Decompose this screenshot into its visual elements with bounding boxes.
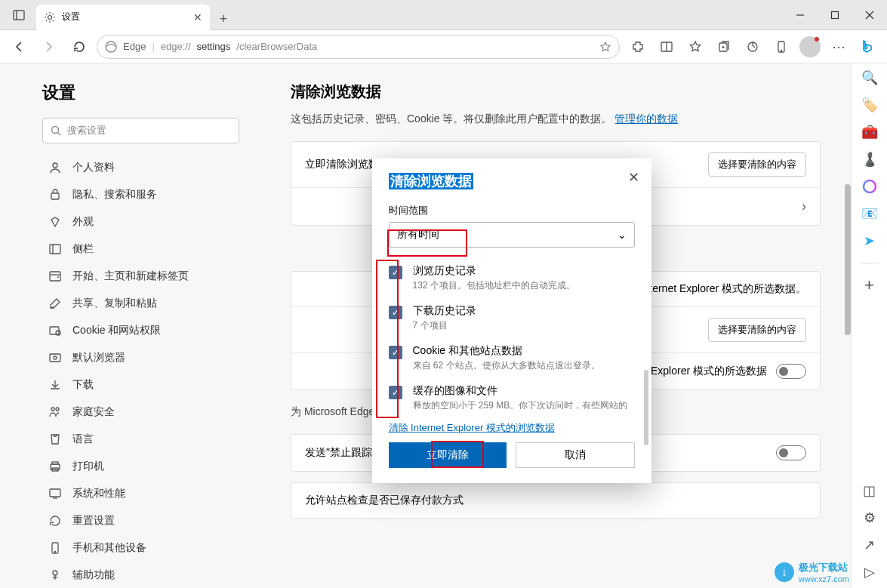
checkbox-desc: 132 个项目。包括地址栏中的自动完成。 — [413, 279, 575, 292]
address-bar[interactable]: Edge | edge://settings/clearBrowserData — [97, 35, 620, 59]
maximize-button[interactable] — [818, 0, 852, 30]
svg-rect-4 — [832, 11, 839, 18]
forward-button[interactable] — [36, 34, 62, 60]
settings-sidebar: 设置 搜索设置 个人资料隐私、搜索和服务外观侧栏开始、主页和新建标签页共享、复制… — [0, 63, 260, 588]
copilot-icon[interactable] — [861, 178, 878, 195]
refresh-button[interactable] — [66, 34, 92, 60]
search-placeholder: 搜索设置 — [67, 124, 106, 137]
sidebar-item[interactable]: 开始、主页和新建标签页 — [42, 263, 239, 290]
sidebar-item[interactable]: 手机和其他设备 — [42, 534, 239, 562]
browser-tab[interactable]: 设置 ✕ — [36, 5, 210, 30]
checkbox[interactable]: ✓ — [389, 346, 402, 359]
manage-data-link[interactable]: 管理你的数据 — [614, 112, 678, 125]
sidebar-item[interactable]: 辅助功能 — [42, 562, 239, 588]
dnt-toggle[interactable] — [776, 445, 806, 460]
choose-content-button-2[interactable]: 选择要清除的内容 — [708, 318, 806, 342]
nav-icon — [48, 541, 62, 555]
performance-icon[interactable] — [739, 34, 766, 60]
sidebar-item-label: 手机和其他设备 — [72, 541, 146, 555]
checkbox[interactable]: ✓ — [389, 386, 402, 399]
sidebar-item[interactable]: 语言 — [42, 426, 239, 453]
clear-ie-link[interactable]: 清除 Internet Explorer 模式的浏览数据 — [389, 421, 635, 435]
edge-logo-icon — [105, 41, 117, 53]
settings-icon[interactable]: ⚙ — [861, 509, 878, 526]
checkbox-desc: 释放的空间小于 259 MB。你下次访问时，有些网站的加载 — [413, 399, 635, 409]
sidebar-item-label: 重置设置 — [72, 514, 115, 528]
hide-sidebar-icon[interactable]: ▷ — [861, 564, 878, 580]
sidebar-item[interactable]: 个人资料 — [42, 154, 239, 181]
sidebar-item[interactable]: 共享、复制和粘贴 — [42, 290, 239, 317]
sidebar-item[interactable]: 侧栏 — [42, 236, 239, 263]
svg-point-15 — [53, 163, 57, 168]
new-tab-button[interactable]: + — [213, 9, 234, 30]
sidebar-item[interactable]: 外观 — [42, 208, 239, 236]
sidebar-item-label: 侧栏 — [72, 242, 94, 256]
minimize-button[interactable] — [783, 0, 818, 30]
tabs-overview-icon[interactable] — [6, 2, 32, 28]
time-range-select[interactable]: 所有时间 ⌄ — [389, 222, 635, 248]
checkbox-row[interactable]: ✓ 浏览历史记录 132 个项目。包括地址栏中的自动完成。 — [389, 258, 635, 298]
url-prefix: edge:// — [161, 41, 191, 52]
favorites-icon[interactable] — [682, 34, 709, 60]
checkbox[interactable]: ✓ — [389, 266, 402, 279]
close-icon[interactable]: ✕ — [193, 11, 202, 23]
svg-rect-19 — [50, 272, 60, 281]
extensions-icon[interactable] — [624, 34, 651, 60]
chevron-right-icon[interactable]: › — [802, 199, 806, 214]
checkbox[interactable]: ✓ — [389, 306, 402, 319]
more-menu-icon[interactable]: ⋯ — [825, 34, 852, 60]
telegram-icon[interactable]: ➤ — [861, 232, 878, 249]
sidebar-item-label: 个人资料 — [72, 161, 115, 174]
split-screen-icon[interactable] — [653, 34, 680, 60]
svg-point-12 — [781, 50, 781, 51]
svg-point-2 — [48, 15, 52, 19]
shopping-tag-icon[interactable]: 🏷️ — [861, 97, 878, 113]
nav-icon — [48, 433, 62, 446]
window-titlebar: 设置 ✕ + — [0, 0, 887, 30]
sidebar-item-label: 隐私、搜索和服务 — [72, 188, 157, 202]
back-button[interactable] — [6, 34, 32, 60]
checkbox-row[interactable]: ✓ Cookie 和其他站点数据 来自 62 个站点。使你从大多数站点退出登录。 — [389, 338, 635, 378]
add-icon[interactable]: + — [861, 277, 878, 294]
toolbox-icon[interactable]: 🧰 — [861, 124, 878, 140]
nav-icon — [48, 242, 62, 256]
checkbox-row[interactable]: ✓ 缓存的图像和文件 释放的空间小于 259 MB。你下次访问时，有些网站的加载 — [389, 378, 635, 409]
close-icon[interactable]: ✕ — [628, 169, 639, 186]
sidebar-item[interactable]: 下载 — [42, 371, 239, 399]
sidebar-item[interactable]: 隐私、搜索和服务 — [42, 181, 239, 208]
sidebar-item[interactable]: 家庭安全 — [42, 399, 239, 426]
svg-rect-17 — [50, 245, 60, 254]
dialog-scrollbar[interactable] — [644, 370, 648, 445]
svg-point-35 — [864, 180, 876, 192]
bing-icon[interactable] — [854, 34, 881, 60]
search-input[interactable]: 搜索设置 — [42, 118, 239, 143]
collections-icon[interactable] — [710, 34, 738, 60]
screenshot-icon[interactable]: ◫ — [861, 482, 878, 499]
checkbox-title: Cookie 和其他站点数据 — [413, 344, 600, 358]
sidebar-item-label: 开始、主页和新建标签页 — [72, 269, 189, 283]
sidebar-item[interactable]: 系统和性能 — [42, 480, 239, 507]
close-window-button[interactable] — [852, 0, 887, 30]
expand-icon[interactable]: ↗ — [861, 537, 878, 553]
sidebar-item[interactable]: 打印机 — [42, 453, 239, 480]
choose-content-button[interactable]: 选择要清除的内容 — [708, 152, 806, 177]
sidebar-item[interactable]: Cookie 和网站权限 — [42, 317, 239, 344]
checkbox-row[interactable]: ✓ 下载历史记录 7 个项目 — [389, 298, 635, 338]
svg-rect-16 — [51, 193, 59, 199]
time-range-label: 时间范围 — [389, 204, 635, 217]
ie-toggle[interactable] — [776, 364, 806, 379]
search-icon[interactable]: 🔍 — [861, 69, 878, 86]
games-icon[interactable]: ♟️ — [861, 151, 878, 168]
sidebar-item[interactable]: 重置设置 — [42, 507, 239, 534]
browser-toolbar: Edge | edge://settings/clearBrowserData … — [0, 30, 887, 63]
profile-avatar[interactable] — [796, 34, 824, 60]
nav-icon — [48, 460, 62, 473]
outlook-icon[interactable]: 📧 — [861, 205, 878, 222]
clear-now-button[interactable]: 立即清除 — [389, 442, 507, 468]
checkbox-title: 下载历史记录 — [413, 304, 476, 318]
scrollbar[interactable] — [845, 184, 851, 335]
favorite-icon[interactable] — [599, 41, 611, 53]
sidebar-item[interactable]: 默认浏览器 — [42, 344, 239, 371]
cancel-button[interactable]: 取消 — [516, 442, 635, 468]
mobile-icon[interactable] — [768, 34, 795, 60]
